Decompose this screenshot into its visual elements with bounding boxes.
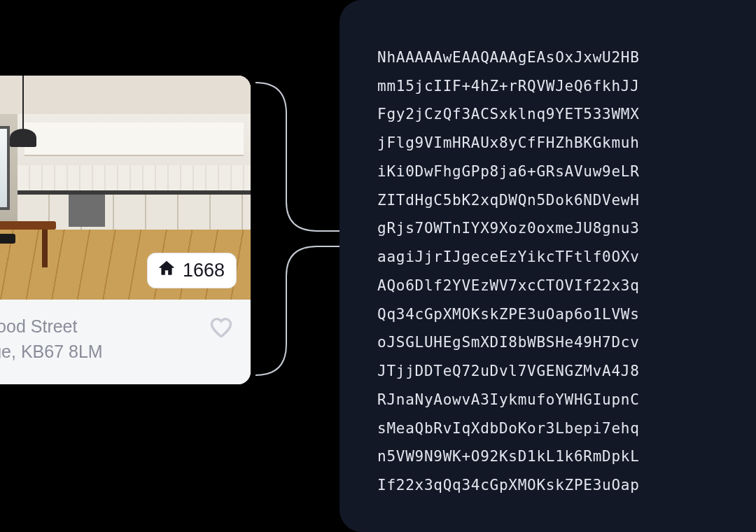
address-line-2: sbridge, KB67 8LM bbox=[0, 339, 103, 364]
favorite-button[interactable] bbox=[209, 315, 234, 340]
property-meta: Elmwood Street sbridge, KB67 8LM bbox=[0, 300, 251, 384]
property-address: Elmwood Street sbridge, KB67 8LM bbox=[0, 314, 103, 365]
house-icon bbox=[158, 259, 176, 282]
property-card: 1668 Elmwood Street sbridge, KB67 8LM bbox=[0, 76, 251, 384]
listing-count-value: 1668 bbox=[183, 260, 225, 281]
heart-icon bbox=[209, 315, 234, 340]
encoded-data-block: NhAAAAAwEAAQAAAgEAsOxJxwU2HB mm15jcIIF+4… bbox=[377, 43, 737, 500]
listing-count-badge: 1668 bbox=[147, 253, 237, 288]
code-panel: NhAAAAAwEAAQAAAgEAsOxJxwU2HB mm15jcIIF+4… bbox=[340, 0, 756, 532]
property-photo: 1668 bbox=[0, 76, 251, 300]
connector-lines bbox=[248, 78, 346, 393]
address-line-1: Elmwood Street bbox=[0, 314, 103, 339]
